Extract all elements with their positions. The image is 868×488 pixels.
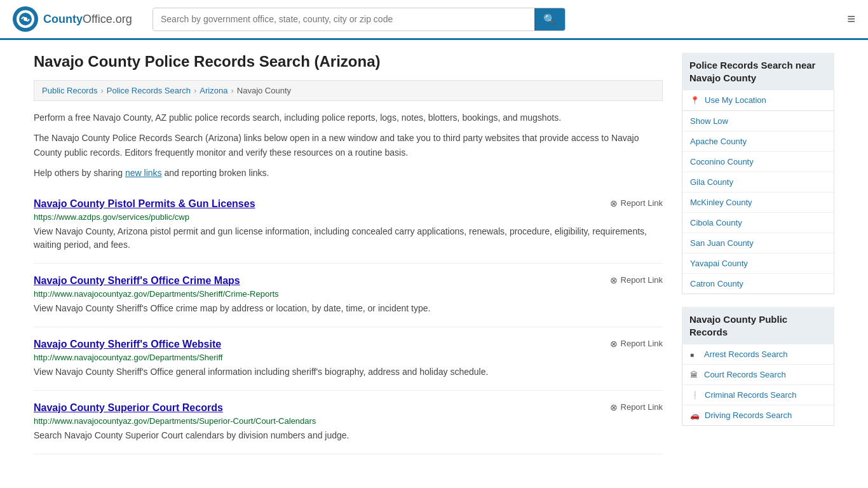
list-item: Catron County <box>682 274 834 294</box>
description-1: Perform a free Navajo County, AZ public … <box>34 111 663 125</box>
list-item: Apache County <box>682 132 834 152</box>
sidebar-link-court[interactable]: 🏛 Court Records Search <box>682 365 834 384</box>
sidebar-section-public-records: Navajo County Public Records Arrest Reco… <box>682 307 834 426</box>
report-link[interactable]: ⊗ Report Link <box>610 198 663 208</box>
court-icon: 🏛 <box>690 370 699 379</box>
sidebar-link-criminal[interactable]: ❕ Criminal Records Search <box>682 385 834 405</box>
report-icon: ⊗ <box>610 402 618 412</box>
sidebar-link-mckinley[interactable]: McKinley County <box>682 193 834 212</box>
logo-text: CountyOffice.org <box>43 13 132 26</box>
list-item: Gila County <box>682 172 834 193</box>
report-label: Report Link <box>621 402 663 412</box>
result-desc: Search Navajo County Superior Court cale… <box>34 429 663 442</box>
result-item: Navajo County Superior Court Records ⊗ R… <box>34 391 663 454</box>
sidebar-public-records-list: Arrest Records Search 🏛 Court Records Se… <box>682 344 834 426</box>
report-label: Report Link <box>621 198 663 208</box>
result-desc: View Navajo County Sheriff's Office crim… <box>34 302 663 315</box>
sidebar-link-gila[interactable]: Gila County <box>682 172 834 192</box>
list-item: McKinley County <box>682 193 834 213</box>
sidebar-section-2-title: Navajo County Public Records <box>682 307 834 344</box>
sidebar-nearby-list: Use My Location Show Low Apache County C… <box>682 90 834 294</box>
result-item: Navajo County Sheriff's Office Crime Map… <box>34 264 663 327</box>
criminal-icon: ❕ <box>690 391 700 400</box>
sidebar-link-catron[interactable]: Catron County <box>682 274 834 294</box>
list-item: 🏛 Court Records Search <box>682 365 834 385</box>
sidebar-link-show-low[interactable]: Show Low <box>682 111 834 131</box>
result-title-row: Navajo County Sheriff's Office Website ⊗… <box>34 339 663 350</box>
search-bar: 🔍 <box>153 8 566 31</box>
sidebar-link-yavapai[interactable]: Yavapai County <box>682 254 834 273</box>
breadcrumb-sep-2: › <box>194 86 196 95</box>
result-title[interactable]: Navajo County Sheriff's Office Website <box>34 339 221 350</box>
result-desc: View Navajo County, Arizona pistol permi… <box>34 225 663 252</box>
main-container: Navajo County Police Records Search (Ari… <box>21 40 847 467</box>
list-item: 🚗 Driving Records Search <box>682 405 834 425</box>
list-item: Arrest Records Search <box>682 344 834 365</box>
use-location-label: Use My Location <box>705 95 766 105</box>
result-url: https://www.azdps.gov/services/public/cw… <box>34 212 663 222</box>
logo-area: CountyOffice.org <box>13 6 140 32</box>
header: CountyOffice.org 🔍 ≡ <box>0 0 868 40</box>
result-title-row: Navajo County Pistol Permits & Gun Licen… <box>34 198 663 210</box>
description-3: Help others by sharing new links and rep… <box>34 166 663 180</box>
search-icon: 🔍 <box>543 14 556 25</box>
report-label: Report Link <box>621 339 663 348</box>
sidebar-section-1-title: Police Records Search near Navajo County <box>682 53 834 90</box>
list-item: Cibola County <box>682 213 834 233</box>
list-item: Coconino County <box>682 152 834 172</box>
arrest-icon <box>690 350 699 359</box>
result-title[interactable]: Navajo County Sheriff's Office Crime Map… <box>34 275 240 287</box>
list-item: Show Low <box>682 111 834 132</box>
use-location-link[interactable]: Use My Location <box>682 90 834 111</box>
result-title-row: Navajo County Sheriff's Office Crime Map… <box>34 275 663 287</box>
sidebar-link-apache[interactable]: Apache County <box>682 132 834 151</box>
search-button[interactable]: 🔍 <box>534 8 565 30</box>
driving-icon: 🚗 <box>690 411 700 420</box>
list-item: San Juan County <box>682 233 834 254</box>
result-title-row: Navajo County Superior Court Records ⊗ R… <box>34 402 663 414</box>
sidebar-section-nearby: Police Records Search near Navajo County… <box>682 53 834 294</box>
report-link[interactable]: ⊗ Report Link <box>610 402 663 412</box>
sidebar-link-arrest[interactable]: Arrest Records Search <box>682 344 834 364</box>
report-link[interactable]: ⊗ Report Link <box>610 339 663 349</box>
location-icon <box>690 95 700 105</box>
breadcrumb-public-records[interactable]: Public Records <box>42 86 97 95</box>
content-area: Navajo County Police Records Search (Ari… <box>34 53 663 454</box>
report-link[interactable]: ⊗ Report Link <box>610 275 663 285</box>
report-icon: ⊗ <box>610 275 618 285</box>
report-label: Report Link <box>621 275 663 285</box>
result-title[interactable]: Navajo County Superior Court Records <box>34 402 223 414</box>
result-item: Navajo County Pistol Permits & Gun Licen… <box>34 187 663 264</box>
results-container: Navajo County Pistol Permits & Gun Licen… <box>34 187 663 454</box>
report-icon: ⊗ <box>610 198 618 208</box>
sidebar: Police Records Search near Navajo County… <box>682 53 834 454</box>
sidebar-link-coconino[interactable]: Coconino County <box>682 152 834 172</box>
breadcrumb-police-records[interactable]: Police Records Search <box>107 86 191 95</box>
sidebar-link-sanjuan[interactable]: San Juan County <box>682 233 834 253</box>
breadcrumb-sep-1: › <box>100 86 103 95</box>
breadcrumb-sep-3: › <box>231 86 233 95</box>
new-links-link[interactable]: new links <box>125 168 162 178</box>
list-item: ❕ Criminal Records Search <box>682 385 834 405</box>
svg-point-3 <box>24 17 27 21</box>
result-desc: View Navajo County Sheriff's Office gene… <box>34 365 663 379</box>
use-location-item: Use My Location <box>682 90 834 111</box>
breadcrumb: Public Records › Police Records Search ›… <box>34 80 663 101</box>
search-input[interactable] <box>153 9 534 29</box>
breadcrumb-arizona[interactable]: Arizona <box>200 86 227 95</box>
logo-icon <box>13 6 38 32</box>
sidebar-link-driving[interactable]: 🚗 Driving Records Search <box>682 405 834 425</box>
sidebar-link-cibola[interactable]: Cibola County <box>682 213 834 233</box>
breadcrumb-navajo: Navajo County <box>237 86 291 95</box>
result-url: http://www.navajocountyaz.gov/Department… <box>34 416 663 426</box>
result-url: http://www.navajocountyaz.gov/Department… <box>34 353 663 362</box>
description-2: The Navajo County Police Records Search … <box>34 131 663 159</box>
page-title: Navajo County Police Records Search (Ari… <box>34 53 663 71</box>
result-url: http://www.navajocountyaz.gov/Department… <box>34 289 663 299</box>
report-icon: ⊗ <box>610 339 618 349</box>
result-title[interactable]: Navajo County Pistol Permits & Gun Licen… <box>34 198 255 210</box>
list-item: Yavapai County <box>682 254 834 274</box>
menu-icon[interactable]: ≡ <box>847 11 855 27</box>
result-item: Navajo County Sheriff's Office Website ⊗… <box>34 327 663 391</box>
